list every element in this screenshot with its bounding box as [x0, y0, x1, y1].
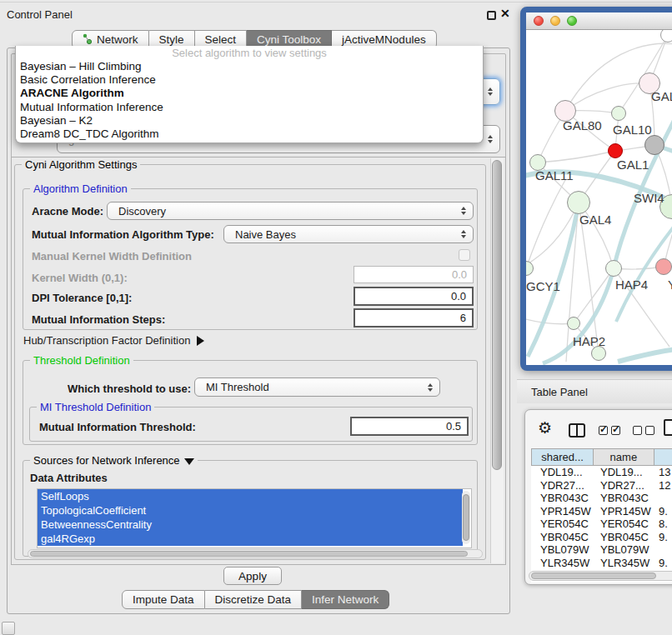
gear-icon[interactable]: ⚙ — [538, 420, 552, 436]
tab-impute-data[interactable]: Impute Data — [122, 590, 205, 609]
node-label: GAL11 — [535, 168, 574, 182]
table-row[interactable]: YER054CYER054C8. — [531, 518, 672, 531]
close-traffic-icon[interactable] — [534, 16, 544, 26]
which-threshold-combo[interactable]: MI Threshold — [194, 378, 440, 397]
settings-scrollbar-thumb[interactable] — [492, 160, 502, 470]
node-label: HAP4 — [615, 278, 648, 292]
hub-definition-expander[interactable]: Hub/Transcription Factor Definition — [23, 334, 204, 347]
kernel-width-label: Kernel Width (0,1): — [32, 272, 128, 284]
table-cell: YPR145W — [531, 505, 594, 518]
group-title: Sources for Network Inference — [30, 454, 198, 467]
table-cell — [654, 492, 672, 505]
node-gal10[interactable] — [611, 106, 626, 121]
table-cell: YDL19... — [594, 466, 654, 479]
mi-steps-field[interactable]: 6 — [354, 308, 474, 328]
columns-icon[interactable] — [569, 423, 585, 438]
dropdown-item[interactable]: Dream8 DC_TDC Algorithm — [16, 128, 483, 141]
dropdown-item[interactable]: ARACNE Algorithm — [16, 87, 483, 100]
app-root: Control Panel ✕ Network Style Select Cyn… — [0, 0, 672, 635]
table-cell: 13 — [654, 466, 672, 479]
dropdown-item[interactable]: Mutual Information Inference — [16, 101, 483, 114]
table-cell: 9. — [654, 531, 672, 544]
node-label: GAL4 — [579, 212, 611, 227]
list-hscrollbar-thumb[interactable] — [30, 551, 468, 557]
tab-discretize-data[interactable]: Discretize Data — [205, 590, 303, 609]
group-title: Cyni Algorithm Settings — [22, 158, 140, 171]
table-hscrollbar-track[interactable] — [529, 571, 672, 581]
table-row[interactable]: YDR27...YDR27...12 — [531, 479, 672, 492]
table-row[interactable]: YBR045CYBR045C9. — [531, 531, 672, 544]
node-label: GAL1 — [617, 158, 649, 172]
stepper-arrows-icon — [461, 207, 466, 215]
table-row[interactable]: YBL079WYBL079W — [531, 543, 672, 557]
kernel-width-field[interactable]: 0.0 — [354, 266, 474, 283]
node[interactable] — [644, 135, 664, 155]
bottom-tabbar: Impute Data Discretize Data Infer Networ… — [122, 590, 389, 609]
mi-threshold-field[interactable]: 0.5 — [350, 417, 469, 436]
list-hscrollbar-track[interactable] — [28, 549, 483, 558]
deselect-all-checks-icon[interactable] — [633, 426, 654, 435]
table-row[interactable]: YBR043CYBR043C — [531, 492, 672, 505]
dpi-tolerance-field[interactable]: 0.0 — [354, 287, 474, 306]
dropdown-item[interactable]: Basic Correlation Inference — [16, 73, 483, 87]
network-view-window[interactable]: GALGAL80GAL10GAL1GAL11SWI4GAL4GCY1HAP4YH… — [520, 7, 672, 371]
network-window-titlebar — [526, 12, 672, 30]
list-scrollbar-thumb[interactable] — [463, 494, 469, 541]
table-cell: YDR27... — [531, 479, 594, 492]
node-gal1[interactable] — [608, 143, 623, 158]
dropdown-item-list: Bayesian – Hill ClimbingBasic Correlatio… — [16, 60, 483, 141]
table-cell: YBR043C — [531, 492, 594, 505]
node-table: shared... name YDL19...YDL19...13YDR27..… — [531, 448, 672, 582]
group-title: Algorithm Definition — [30, 182, 131, 195]
dock-panel-icon[interactable] — [2, 622, 15, 635]
table-row[interactable]: YPR145WYPR145W9. — [531, 505, 672, 518]
list-item[interactable]: SelfLoops — [38, 489, 463, 503]
stepper-arrows-icon — [461, 230, 466, 238]
list-item[interactable]: gal4RGexp — [38, 532, 463, 546]
column-header-name[interactable]: name — [594, 449, 654, 465]
table-row[interactable]: YLR345WYLR345W9. — [531, 557, 672, 570]
tab-infer-network[interactable]: Infer Network — [302, 590, 389, 609]
node-gal4[interactable] — [567, 191, 590, 214]
column-header-shared-name[interactable]: shared... — [532, 449, 594, 465]
close-icon[interactable]: ✕ — [500, 7, 510, 20]
manual-kernel-checkbox[interactable] — [459, 249, 470, 261]
table-row[interactable]: YDL19...YDL19...13 — [531, 466, 672, 479]
mi-type-label: Mutual Information Algorithm Type: — [32, 228, 214, 241]
table-cell: YDL19... — [531, 466, 594, 479]
node-hap2[interactable] — [567, 317, 580, 330]
column-header-partial[interactable] — [654, 449, 672, 465]
collapsed-arrow-icon — [197, 336, 204, 346]
stepper-arrows-icon — [428, 383, 433, 392]
window-frame-line — [0, 2, 672, 2]
table-cell: YBL079W — [531, 543, 594, 557]
aracne-mode-combo[interactable]: Discovery — [107, 202, 474, 220]
dropdown-item[interactable]: Bayesian – K2 — [16, 114, 483, 128]
node-hap4[interactable] — [605, 260, 622, 277]
table-cell: YBR045C — [531, 531, 594, 544]
network-canvas[interactable]: GALGAL80GAL10GAL1GAL11SWI4GAL4GCY1HAP4YH… — [526, 30, 672, 365]
apply-button[interactable]: Apply — [223, 567, 282, 585]
list-item[interactable]: TopologicalCoefficient — [38, 503, 463, 518]
dropdown-placeholder: Select algorithm to view settings — [16, 46, 483, 60]
list-item[interactable]: BetweennessCentrality — [38, 518, 463, 532]
mi-algorithm-type-combo[interactable]: Naive Bayes — [223, 225, 474, 243]
document-icon[interactable] — [664, 419, 672, 436]
data-attributes-list[interactable]: SelfLoopsTopologicalCoefficientBetweenne… — [37, 488, 472, 548]
table-hscrollbar-thumb[interactable] — [531, 572, 656, 579]
zoom-traffic-icon[interactable] — [567, 16, 577, 26]
table-cell: YBR045C — [594, 531, 654, 544]
node-label: GAL — [651, 89, 672, 103]
table-cell: 9. — [654, 505, 672, 518]
aracne-mode-label: Aracne Mode: — [32, 205, 103, 218]
dropdown-item[interactable]: Bayesian – Hill Climbing — [16, 60, 483, 73]
node-label: Y — [668, 278, 672, 292]
node[interactable] — [591, 346, 606, 361]
float-icon[interactable] — [487, 11, 496, 20]
minimize-traffic-icon[interactable] — [550, 16, 560, 26]
select-all-checks-icon[interactable] — [599, 426, 620, 435]
node-y[interactable] — [655, 258, 672, 275]
list-scrollbar-track[interactable] — [462, 491, 470, 544]
table-cell: YLR345W — [531, 557, 594, 570]
node[interactable] — [660, 30, 672, 42]
